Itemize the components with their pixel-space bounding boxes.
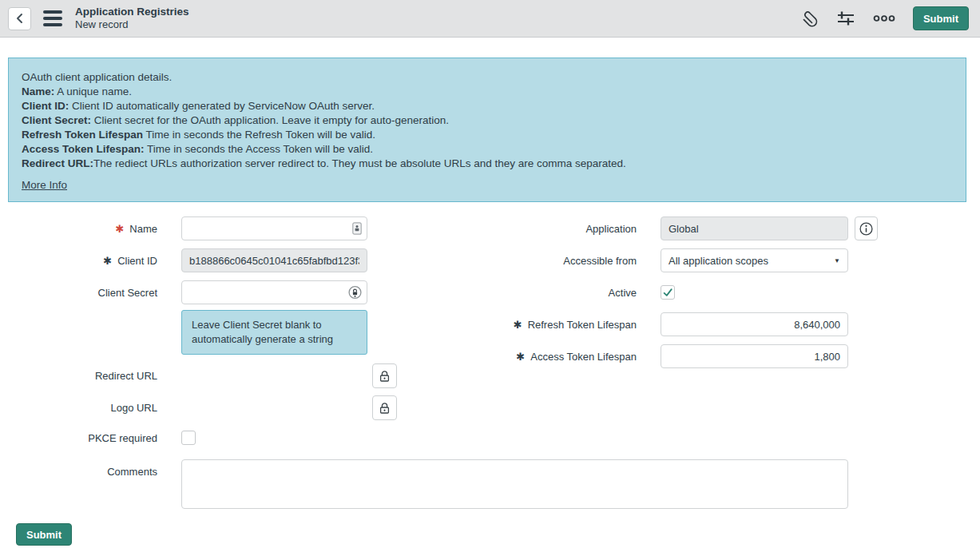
context-menu-icon[interactable] <box>43 10 62 26</box>
name-label: Name <box>129 223 157 235</box>
info-line: Name: A unique name. <box>22 85 953 99</box>
header-actions: Submit <box>801 6 980 30</box>
info-line: Client Secret: Client secret for the OAu… <box>22 113 953 128</box>
comments-row: Comments <box>0 459 157 483</box>
password-lock-circle-icon <box>348 286 362 300</box>
chevron-left-icon <box>14 13 26 24</box>
logo-url-lock-button[interactable] <box>372 395 397 420</box>
mandatory-filled-asterisk-icon: ✱ <box>514 319 522 331</box>
more-info-link[interactable]: More Info <box>22 179 67 191</box>
submit-button-header[interactable]: Submit <box>913 6 969 30</box>
redirect-url-row: Redirect URL <box>0 363 157 388</box>
info-circle-icon <box>859 222 873 236</box>
application-registry-new-record-page: Application Registries New record <box>0 0 980 556</box>
accessible-from-label: Accessible from <box>563 255 637 267</box>
application-info-button[interactable] <box>855 216 878 240</box>
accessible-from-select[interactable]: All application scopes ▼ <box>661 248 848 272</box>
client-secret-label: Client Secret <box>98 287 157 299</box>
mandatory-filled-asterisk-icon: ✱ <box>103 255 112 267</box>
access-token-lifespan-input[interactable] <box>661 344 848 368</box>
personalize-form-sliders-icon[interactable] <box>836 10 855 27</box>
access-token-lifespan-label: Access Token Lifespan <box>530 351 637 363</box>
redirect-url-lock-button[interactable] <box>372 363 397 388</box>
lock-icon <box>379 402 391 415</box>
pkce-row: PKCE required <box>0 426 196 450</box>
info-line: Client ID: Client ID automatically gener… <box>22 99 953 113</box>
text-field-indicator-icon <box>352 222 362 235</box>
name-input[interactable] <box>181 216 367 240</box>
pkce-required-checkbox[interactable] <box>181 431 196 445</box>
more-options-icon[interactable] <box>873 14 895 22</box>
chevron-down-icon: ▼ <box>834 257 840 264</box>
info-line: Refresh Token Lifespan Time in seconds t… <box>22 128 953 142</box>
name-row: ✱ Name <box>0 216 367 240</box>
comments-label: Comments <box>107 466 157 478</box>
page-subtitle: New record <box>75 18 189 31</box>
accessible-from-value: All application scopes <box>669 255 768 267</box>
active-checkbox[interactable] <box>661 285 675 300</box>
active-row: Active <box>399 280 675 304</box>
active-label: Active <box>609 287 637 299</box>
refresh-token-lifespan-row: ✱ Refresh Token Lifespan <box>399 312 848 336</box>
refresh-token-lifespan-label: Refresh Token Lifespan <box>528 319 637 331</box>
back-button[interactable] <box>8 7 31 30</box>
oauth-info-box: OAuth client application details. Name: … <box>8 58 966 202</box>
application-label: Application <box>585 223 637 235</box>
comments-textarea[interactable] <box>181 459 848 509</box>
header-titles: Application Registries New record <box>75 6 189 31</box>
logo-url-label: Logo URL <box>110 402 157 414</box>
form-header: Application Registries New record <box>0 0 980 38</box>
accessible-from-row: Accessible from All application scopes ▼ <box>399 248 848 272</box>
client-secret-row: Client Secret <box>0 280 367 304</box>
submit-button-footer[interactable]: Submit <box>16 523 72 546</box>
mandatory-filled-asterisk-icon: ✱ <box>516 351 525 363</box>
application-input <box>661 216 848 240</box>
client-secret-input[interactable] <box>181 280 367 304</box>
logo-url-row: Logo URL <box>0 395 157 420</box>
required-asterisk-icon: ✱ <box>115 223 124 235</box>
lock-icon <box>379 370 391 383</box>
client-id-row: ✱ Client ID <box>0 248 367 272</box>
page-title: Application Registries <box>75 6 189 18</box>
access-token-lifespan-row: ✱ Access Token Lifespan <box>399 344 848 368</box>
info-line: Redirect URL:The rediect URLs authorizat… <box>22 157 953 171</box>
client-id-label: Client ID <box>117 255 157 267</box>
checkmark-icon <box>662 287 673 298</box>
info-line: Access Token Lifespan: Time in seconds t… <box>22 142 953 157</box>
pkce-required-label: PKCE required <box>88 432 157 444</box>
redirect-url-label: Redirect URL <box>95 370 157 382</box>
attachment-paperclip-icon[interactable] <box>801 9 819 28</box>
info-line: OAuth client application details. <box>22 70 953 85</box>
refresh-token-lifespan-input[interactable] <box>661 312 848 336</box>
client-secret-hint: Leave Client Secret blank to automatical… <box>181 310 367 355</box>
application-row: Application <box>399 216 848 240</box>
client-id-input <box>181 248 367 272</box>
